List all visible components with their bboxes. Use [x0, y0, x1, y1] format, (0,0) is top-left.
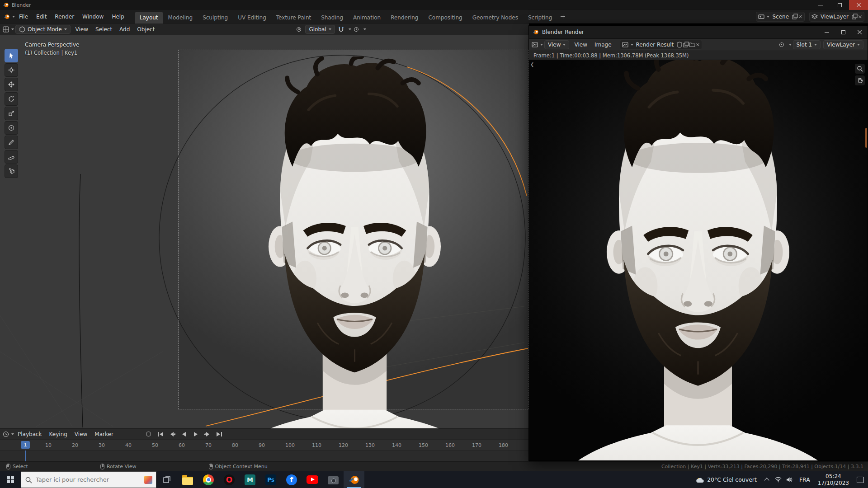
workspace-tab[interactable]: Sculpting: [198, 12, 233, 23]
start-button[interactable]: [0, 471, 21, 488]
taskbar-app-opera[interactable]: O: [219, 471, 240, 488]
orientation-dropdown[interactable]: Global: [305, 25, 335, 34]
clock[interactable]: 05:24 17/10/2023: [814, 473, 853, 487]
snap-magnet-icon[interactable]: [337, 25, 346, 34]
interaction-mode-dropdown[interactable]: View: [544, 40, 569, 49]
rotate-tool[interactable]: [5, 92, 18, 106]
render-result-area[interactable]: ❮: [529, 60, 868, 460]
auto-keying-button[interactable]: [144, 431, 153, 438]
proportional-edit-icon[interactable]: [352, 25, 361, 34]
menu-item[interactable]: Render: [51, 12, 78, 22]
transform-tool[interactable]: [5, 121, 18, 135]
timeline-editor-type-button[interactable]: [3, 431, 14, 437]
transform-pivot-icon[interactable]: [294, 25, 303, 34]
timeline-menu-item[interactable]: Playback: [14, 429, 46, 439]
render-maximize-button[interactable]: [835, 26, 851, 38]
image-editor-type-button[interactable]: [532, 42, 543, 48]
taskbar-app-facebook[interactable]: f: [281, 471, 302, 488]
viewport-3d[interactable]: Camera Perspective (1) Collection | Key1: [0, 35, 529, 428]
render-minimize-button[interactable]: [819, 26, 835, 38]
workspace-tab[interactable]: Modeling: [163, 12, 198, 23]
workspace-tab[interactable]: Layout: [135, 12, 163, 23]
language-indicator[interactable]: FRA: [795, 471, 814, 488]
render-close-button[interactable]: [851, 26, 868, 38]
render-scrollbar[interactable]: [865, 128, 867, 148]
proportional-options-caret[interactable]: [363, 28, 366, 30]
menu-item[interactable]: Window: [78, 12, 108, 22]
unlink-scene-icon[interactable]: [799, 15, 802, 18]
menu-item[interactable]: Help: [108, 12, 128, 22]
workspace-tab[interactable]: Compositing: [423, 12, 467, 23]
image-menu-item[interactable]: Image: [591, 40, 615, 50]
workspace-tab[interactable]: Texture Paint: [271, 12, 316, 23]
channels-caret[interactable]: [789, 44, 792, 46]
render-window[interactable]: Blender Render View ViewImage Render Res…: [528, 25, 868, 461]
move-tool[interactable]: [5, 78, 18, 91]
play-button[interactable]: [191, 431, 200, 438]
image-datablock-selector[interactable]: Render Result: [620, 40, 703, 50]
new-viewlayer-icon[interactable]: [851, 14, 858, 20]
timeline-ruler[interactable]: 1020304050607080901001101201301401501601…: [0, 439, 529, 450]
snap-options-caret[interactable]: [349, 28, 351, 30]
blender-menu-button[interactable]: [4, 14, 15, 20]
zoom-gizmo[interactable]: [855, 64, 865, 74]
workspace-tab[interactable]: UV Editing: [233, 12, 271, 23]
prev-keyframe-button[interactable]: [168, 431, 177, 438]
viewlayer-selector[interactable]: ViewLayer: [809, 12, 864, 22]
scene-selector[interactable]: Scene: [756, 12, 805, 22]
weather-widget[interactable]: 20°C Ciel couvert: [692, 471, 761, 488]
taskbar-app-youtube[interactable]: [302, 471, 323, 488]
workspace-tab[interactable]: Rendering: [386, 12, 423, 23]
scale-tool[interactable]: [5, 107, 18, 120]
play-reverse-button[interactable]: [179, 431, 189, 438]
add-cube-tool[interactable]: [5, 164, 18, 178]
timeline-channel-area[interactable]: [0, 450, 529, 461]
network-status-icon[interactable]: [773, 471, 784, 488]
maximize-button[interactable]: [830, 0, 849, 10]
annotate-tool[interactable]: [5, 136, 18, 149]
current-frame-indicator[interactable]: 1: [21, 441, 30, 449]
workspace-tab[interactable]: Animation: [348, 12, 386, 23]
unlink-image-icon[interactable]: [696, 43, 699, 47]
render-window-titlebar[interactable]: Blender Render: [529, 26, 868, 38]
taskbar-app-blender[interactable]: [344, 471, 364, 488]
image-menu-item[interactable]: View: [571, 40, 590, 50]
timeline-menu-item[interactable]: Keying: [46, 429, 71, 439]
jump-to-end-button[interactable]: [215, 431, 224, 438]
display-channels-icon[interactable]: [777, 40, 786, 49]
task-view-button[interactable]: [156, 471, 177, 488]
new-scene-icon[interactable]: [792, 14, 798, 20]
timeline-menu-item[interactable]: Marker: [91, 429, 117, 439]
taskbar-app-chrome[interactable]: [198, 471, 219, 488]
search-input[interactable]: [36, 476, 131, 483]
pan-gizmo[interactable]: [855, 75, 865, 85]
viewport-head-model[interactable]: [195, 56, 514, 428]
render-layer-dropdown[interactable]: ViewLayer: [823, 40, 863, 49]
next-keyframe-button[interactable]: [203, 431, 212, 438]
hidden-icons-button[interactable]: [761, 471, 773, 488]
fake-user-shield-icon[interactable]: [676, 42, 683, 48]
add-workspace-button[interactable]: [559, 13, 567, 21]
jump-to-start-button[interactable]: [156, 431, 165, 438]
taskbar-search[interactable]: [21, 471, 156, 488]
viewport-menu-item[interactable]: Object: [133, 24, 158, 34]
taskbar-app-photoshop[interactable]: Ps: [260, 471, 281, 488]
menu-item[interactable]: Edit: [32, 12, 51, 22]
slot-dropdown[interactable]: Slot 1: [793, 40, 821, 49]
open-image-folder-icon[interactable]: [689, 42, 695, 48]
close-button[interactable]: [849, 0, 868, 10]
workspace-tab[interactable]: Scripting: [523, 12, 557, 23]
measure-tool[interactable]: [5, 150, 18, 164]
workspace-tab[interactable]: Shading: [316, 12, 348, 23]
search-highlights-icon[interactable]: [144, 476, 152, 484]
editor-type-button[interactable]: [3, 26, 14, 33]
taskbar-app-maya[interactable]: M: [240, 471, 260, 488]
minimize-button[interactable]: [811, 0, 830, 10]
action-center-button[interactable]: [853, 471, 868, 488]
viewport-menu-item[interactable]: Select: [92, 24, 116, 34]
taskbar-app-file-explorer[interactable]: [177, 471, 198, 488]
cursor-tool[interactable]: [5, 63, 18, 77]
workspace-tab[interactable]: Geometry Nodes: [467, 12, 523, 23]
viewport-menu-item[interactable]: Add: [116, 24, 133, 34]
menu-item[interactable]: File: [15, 12, 32, 22]
